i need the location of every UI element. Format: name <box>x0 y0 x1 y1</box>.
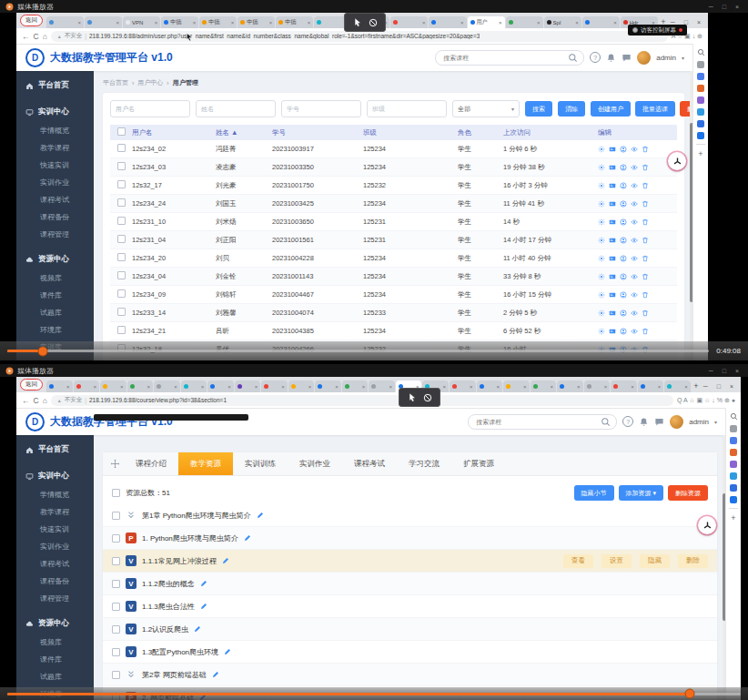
id-card-icon[interactable] <box>609 200 616 208</box>
browser-tab[interactable]: × <box>664 380 691 392</box>
resource-title[interactable]: 1.1.3爬虫合法性 <box>142 602 195 612</box>
extension-icon[interactable] <box>730 472 737 480</box>
id-card-icon[interactable] <box>609 218 616 226</box>
row-checkbox[interactable] <box>112 534 120 543</box>
id-card-icon[interactable] <box>609 273 616 280</box>
back-icon[interactable]: ← <box>22 32 30 41</box>
bell-icon[interactable] <box>639 417 649 427</box>
sidebar-item[interactable]: 实训作业 <box>16 538 94 555</box>
avatar[interactable] <box>637 51 651 65</box>
extension-icon[interactable] <box>697 120 704 127</box>
row-checkbox[interactable] <box>117 289 126 298</box>
pencil-icon[interactable] <box>224 648 231 655</box>
chevron-double-down-icon[interactable] <box>126 669 136 680</box>
select-all-checkbox[interactable] <box>112 489 120 497</box>
tab-close-icon[interactable]: × <box>281 384 285 390</box>
sidebar-item[interactable]: 课程备份 <box>16 573 94 590</box>
floating-assistant-button[interactable] <box>668 152 686 170</box>
eye-icon[interactable] <box>631 309 638 317</box>
row-checkbox[interactable] <box>112 671 120 679</box>
sidebar-item-home[interactable]: 平台首页 <box>16 440 94 460</box>
tab-close-icon[interactable]: × <box>575 20 579 25</box>
login-as-icon[interactable] <box>620 255 627 262</box>
help-icon[interactable]: ? <box>622 416 633 427</box>
sidebar-item[interactable]: 教学课程 <box>16 139 94 157</box>
trash-icon[interactable] <box>642 218 649 226</box>
add-extension-icon[interactable]: + <box>698 149 703 158</box>
floating-assistant-button[interactable] <box>698 516 716 534</box>
sidebar-item[interactable]: 课程管理 <box>16 590 94 607</box>
user-menu[interactable]: admin <box>656 54 676 62</box>
tab-close-icon[interactable]: × <box>613 20 617 25</box>
eye-icon[interactable] <box>631 146 638 153</box>
browser-tab[interactable]: × <box>369 380 395 392</box>
sidebar-group-resources[interactable]: 资源中心 <box>16 249 94 269</box>
browser-tab[interactable]: × <box>315 380 341 392</box>
move-icon[interactable] <box>110 459 120 469</box>
gear-icon[interactable] <box>598 200 605 208</box>
sidebar-item-home[interactable]: 平台首页 <box>16 76 94 96</box>
tab-close-icon[interactable]: × <box>523 384 527 390</box>
extension-icon[interactable] <box>697 73 704 80</box>
student-id-filter-input[interactable] <box>281 100 361 117</box>
browser-tab[interactable]: Spl × <box>544 16 581 28</box>
extension-icon[interactable] <box>730 425 737 432</box>
sidebar-group-resources[interactable]: 资源中心 <box>16 614 94 634</box>
reload-icon[interactable]: C <box>34 396 39 405</box>
login-as-icon[interactable] <box>620 200 627 208</box>
login-as-icon[interactable] <box>620 218 627 226</box>
row-checkbox[interactable] <box>117 217 126 225</box>
column-header[interactable]: 姓名 ▲ <box>216 128 272 137</box>
back-icon[interactable]: ← <box>22 396 30 405</box>
back-pill[interactable]: 返回 <box>20 379 43 391</box>
batch-enroll-button[interactable]: 批量选课 <box>635 101 675 117</box>
browser-tab[interactable]: × <box>557 380 583 392</box>
row-checkbox[interactable] <box>117 162 126 170</box>
login-as-icon[interactable] <box>620 309 627 317</box>
sidebar-item[interactable]: 视频库 <box>16 634 94 651</box>
site-logo[interactable]: D <box>25 412 45 431</box>
resource-title[interactable]: 1. Python爬虫环境与爬虫简介 <box>142 533 238 543</box>
resource-row[interactable]: P V 第1章 Python爬虫环境与爬虫简介 <box>103 504 717 527</box>
browser-tab[interactable]: 用户 × <box>468 16 505 28</box>
sidebar-item[interactable]: 课程考试 <box>16 191 94 208</box>
sidebar-item[interactable]: 学情概览 <box>16 122 94 139</box>
tab-close-icon[interactable]: × <box>231 20 235 25</box>
delete-button[interactable]: 删除 <box>678 554 708 568</box>
id-card-icon[interactable] <box>609 291 616 299</box>
tab-close-icon[interactable]: × <box>604 384 608 390</box>
player-window-controls[interactable]: ─ □ × <box>709 4 743 10</box>
row-checkbox[interactable] <box>117 308 126 316</box>
browser-tab[interactable]: × <box>429 16 466 28</box>
tab-close-icon[interactable]: × <box>362 384 366 390</box>
pencil-icon[interactable] <box>200 580 207 587</box>
browser-tab[interactable]: × <box>611 380 637 392</box>
login-as-icon[interactable] <box>620 328 627 335</box>
sidebar-item[interactable]: 视频库 <box>16 269 94 287</box>
browser-tab[interactable]: 中德 × <box>276 16 313 28</box>
trash-icon[interactable] <box>642 200 649 208</box>
id-card-icon[interactable] <box>609 182 616 189</box>
sidebar-group-training[interactable]: 实训中心 <box>16 466 94 486</box>
select-all-checkbox[interactable] <box>117 127 126 136</box>
pencil-icon[interactable] <box>257 512 264 519</box>
row-checkbox[interactable] <box>112 648 120 656</box>
row-checkbox[interactable] <box>112 625 120 634</box>
tab-close-icon[interactable]: × <box>94 384 97 390</box>
extension-icon[interactable] <box>697 85 704 92</box>
row-checkbox[interactable] <box>112 580 120 588</box>
tab-close-icon[interactable]: × <box>551 384 554 390</box>
sidebar-item[interactable]: 课程考试 <box>16 555 94 573</box>
browser-tab[interactable]: × <box>506 16 543 28</box>
chat-icon[interactable] <box>654 417 664 427</box>
tab-close-icon[interactable]: × <box>308 384 312 390</box>
browser-tab[interactable]: × <box>342 380 369 392</box>
username-filter-input[interactable] <box>110 100 190 117</box>
browser-tab[interactable]: × <box>584 380 611 392</box>
home-icon[interactable]: ⌂ <box>43 396 47 405</box>
back-pill[interactable]: 返回 <box>20 15 43 26</box>
tab-close-icon[interactable]: × <box>631 384 634 390</box>
tab-close-icon[interactable]: × <box>442 384 446 390</box>
resource-title[interactable]: 第1章 Python爬虫环境与爬虫简介 <box>142 511 251 521</box>
browser-tab[interactable]: × <box>207 380 234 392</box>
